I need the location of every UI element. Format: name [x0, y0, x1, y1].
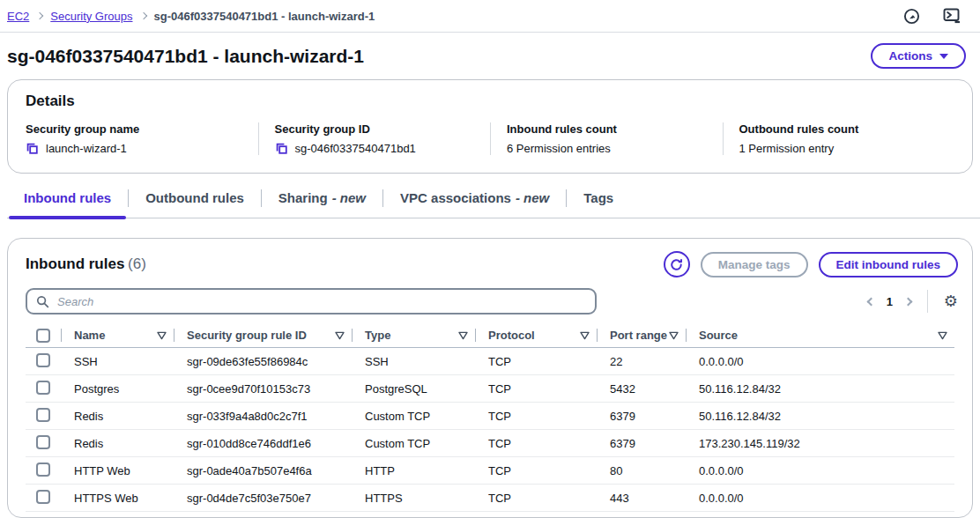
- cell-type: PostgreSQL: [352, 382, 475, 396]
- page-number: 1: [887, 295, 893, 308]
- row-checkbox[interactable]: [36, 490, 50, 504]
- chevron-right-icon: [903, 297, 912, 306]
- chevron-left-icon: [866, 297, 875, 306]
- cell-name: Redis: [61, 437, 174, 450]
- chevron-down-icon: [939, 54, 948, 59]
- column-label: Source: [699, 329, 738, 342]
- filter-icon[interactable]: [669, 331, 679, 340]
- cell-name: Redis: [61, 410, 174, 423]
- tab-tags[interactable]: Tags: [567, 179, 630, 218]
- column-header-name[interactable]: Name: [61, 323, 174, 347]
- cell-name: SSH: [61, 355, 174, 368]
- table-row[interactable]: SSH sgr-09de63fe55f86984c SSH TCP 22 0.0…: [26, 348, 954, 375]
- row-checkbox[interactable]: [36, 353, 50, 367]
- refresh-button[interactable]: [664, 251, 690, 278]
- breadcrumb-ec2-link[interactable]: EC2: [7, 10, 29, 23]
- page-title: sg-046f0337540471bd1 - launch-wizard-1: [7, 46, 364, 67]
- previous-page-button[interactable]: [868, 299, 874, 305]
- cell-protocol: TCP: [475, 492, 597, 505]
- column-header-protocol[interactable]: Protocol: [475, 323, 597, 347]
- actions-button-label: Actions: [888, 49, 932, 63]
- breadcrumb-security-groups-link[interactable]: Security Groups: [50, 10, 132, 23]
- details-panel: Details Security group name launch-wizar…: [7, 79, 973, 174]
- chevron-right-icon: [36, 12, 43, 19]
- row-checkbox[interactable]: [36, 462, 50, 477]
- detail-security-group-name: Security group name launch-wizard-1: [26, 122, 258, 155]
- cell-source: 0.0.0.0/0: [686, 492, 954, 505]
- row-checkbox[interactable]: [36, 435, 50, 449]
- row-checkbox[interactable]: [36, 408, 50, 422]
- copy-icon[interactable]: [275, 142, 288, 155]
- filter-icon[interactable]: [580, 331, 590, 340]
- column-label: Name: [74, 329, 105, 342]
- table-row[interactable]: Postgres sgr-0cee9d70f10153c73 PostgreSQ…: [26, 375, 954, 403]
- cell-name: HTTP Web: [61, 464, 174, 477]
- search-field: [26, 288, 597, 314]
- cell-type: HTTPS: [352, 492, 475, 505]
- manage-tags-button[interactable]: Manage tags: [701, 252, 808, 278]
- cell-name: Postgres: [61, 382, 174, 396]
- filter-icon[interactable]: [938, 331, 947, 340]
- detail-value: launch-wizard-1: [46, 142, 127, 155]
- detail-label: Security group name: [26, 122, 248, 136]
- cell-protocol: TCP: [475, 437, 597, 450]
- filter-icon[interactable]: [157, 331, 167, 340]
- select-all-checkbox-cell: [26, 323, 61, 347]
- column-label: Port range: [610, 329, 667, 342]
- table-row[interactable]: Redis sgr-033f9a4a8d0c2c7f1 Custom TCP T…: [26, 403, 954, 430]
- details-title: Details: [26, 92, 954, 110]
- cell-protocol: TCP: [475, 464, 597, 477]
- table-header-row: Name Security group rule ID Type Protoco…: [26, 323, 954, 348]
- cell-port-range: 6379: [597, 410, 686, 423]
- column-header-source[interactable]: Source: [686, 323, 954, 347]
- row-checkbox[interactable]: [36, 381, 50, 395]
- breadcrumb: EC2 Security Groups sg-046f0337540471bd1…: [7, 10, 375, 23]
- next-page-button[interactable]: [905, 299, 911, 305]
- gear-icon[interactable]: ⚙: [944, 293, 958, 309]
- cell-source: 50.116.12.84/32: [686, 382, 954, 396]
- divider: [927, 290, 928, 313]
- edit-inbound-rules-button[interactable]: Edit inbound rules: [819, 252, 959, 278]
- tab-label: Outbound rules: [145, 190, 244, 205]
- cell-rule-id: sgr-0cee9d70f10153c73: [174, 382, 352, 396]
- panel-title: Inbound rules: [26, 255, 124, 272]
- cell-rule-id: sgr-0ade40a7b507e4f6a: [174, 464, 352, 477]
- refresh-icon: [670, 258, 683, 271]
- table-row[interactable]: HTTPS Web sgr-0d4de7c5f03e750e7 HTTPS TC…: [26, 485, 954, 512]
- cell-port-range: 5432: [597, 382, 686, 396]
- tab-sharing[interactable]: Sharing - new: [262, 179, 382, 218]
- column-label: Security group rule ID: [187, 329, 307, 342]
- cloudshell-icon[interactable]: [943, 7, 962, 25]
- detail-inbound-rules-count: Inbound rules count 6 Permission entries: [490, 122, 723, 155]
- panel-count: (6): [128, 255, 146, 272]
- copy-icon[interactable]: [26, 142, 39, 155]
- cell-port-range: 6379: [597, 437, 686, 450]
- cell-rule-id: sgr-010dd8ce746ddf1e6: [174, 437, 352, 450]
- search-icon: [36, 295, 49, 308]
- column-header-port-range[interactable]: Port range: [597, 323, 686, 347]
- column-header-rule-id[interactable]: Security group rule ID: [174, 323, 352, 347]
- column-header-type[interactable]: Type: [352, 323, 475, 347]
- cell-rule-id: sgr-09de63fe55f86984c: [174, 355, 352, 368]
- search-input[interactable]: [57, 295, 586, 308]
- column-label: Type: [365, 329, 390, 342]
- filter-icon[interactable]: [335, 331, 345, 340]
- cell-rule-id: sgr-033f9a4a8d0c2c7f1: [174, 410, 352, 423]
- chevron-right-icon: [139, 12, 146, 19]
- cell-source: 173.230.145.119/32: [686, 437, 954, 450]
- filter-icon[interactable]: [458, 331, 468, 340]
- tab-label: Tags: [583, 190, 613, 205]
- actions-button[interactable]: Actions: [871, 43, 966, 69]
- tab-vpc-associations[interactable]: VPC associations - new: [383, 179, 566, 218]
- tab-bar: Inbound rules Outbound rules Sharing - n…: [7, 179, 980, 218]
- detail-label: Outbound rules count: [739, 122, 945, 136]
- tab-label: Inbound rules: [24, 190, 111, 205]
- cell-port-range: 22: [597, 355, 686, 368]
- detail-label: Inbound rules count: [507, 122, 712, 136]
- tab-outbound-rules[interactable]: Outbound rules: [129, 179, 261, 218]
- table-row[interactable]: Redis sgr-010dd8ce746ddf1e6 Custom TCP T…: [26, 430, 954, 457]
- select-all-checkbox[interactable]: [36, 329, 50, 343]
- table-row[interactable]: HTTP Web sgr-0ade40a7b507e4f6a HTTP TCP …: [26, 457, 954, 485]
- tab-inbound-rules[interactable]: Inbound rules: [7, 179, 128, 218]
- amazon-q-icon[interactable]: [903, 8, 920, 25]
